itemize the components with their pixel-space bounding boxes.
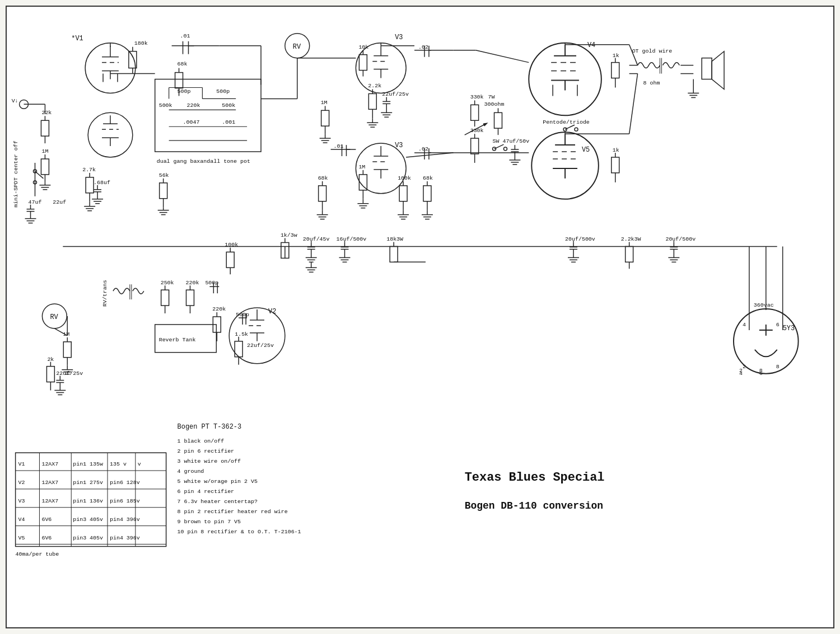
rectifier-label: 5Y3 — [783, 325, 795, 332]
rect-pin6: 6 — [776, 322, 780, 328]
table-v2-pin1: pin1 275v — [73, 480, 103, 486]
r1m-v2-label: 1M — [63, 331, 69, 337]
c22uf25v-v2cat-label: 22uf/25v — [56, 370, 83, 377]
c02-bot-label: .02 — [418, 146, 428, 152]
note-7: 7 6.3v heater centertap? — [178, 499, 258, 505]
r1m-v3bot-label: 1M — [358, 164, 365, 170]
r1m-mid-label: 1M — [321, 100, 328, 106]
table-v5-type: 6V6 — [41, 535, 52, 541]
r56k-label: 56k — [159, 172, 169, 179]
c02-top-label: .02 — [418, 44, 428, 50]
rect-pin4: 4 — [743, 322, 746, 328]
reverb-tank-label: Reverb Tank — [159, 337, 196, 343]
rect-pin2: 2 — [743, 364, 746, 370]
v3-bot-label: V3 — [395, 142, 403, 149]
note-8: 8 pin 2 rectifier heater red wire — [178, 509, 288, 515]
table-v1-v2: v — [138, 461, 141, 467]
table-v3-pin1: pin1 136v — [73, 498, 103, 504]
r68k-bot-right-label: 68k — [423, 175, 433, 181]
r250k-label: 250k — [161, 280, 174, 286]
r1k3w-label: 1k/3w — [281, 232, 297, 238]
r330k-1-label: 330k — [470, 94, 484, 100]
c0047-label: .0047 — [183, 119, 200, 125]
table-v5: V5 — [18, 535, 25, 541]
ot-label: OT gold wire — [632, 48, 673, 54]
page-title: Texas Blues Special — [465, 471, 605, 485]
note-2: 2 pin 6 rectifier — [178, 448, 235, 454]
v1-label: *V1 — [71, 35, 83, 43]
table-v4-pin3: pin3 405v — [73, 516, 103, 523]
c68uf-label: .68uf — [94, 180, 110, 186]
r2k-label: 2k — [47, 356, 54, 363]
r1k-v4-label: 1k — [613, 53, 619, 59]
r1m-left-label: 1M — [41, 148, 48, 154]
r100k-label: 100k — [398, 175, 411, 181]
table-v2-type: 12AX7 — [41, 480, 58, 486]
note-5: 5 white w/orage pin 2 V5 — [178, 478, 258, 485]
note-6: 6 pin 4 rectifier — [178, 489, 235, 495]
r7w-label: 7W — [488, 94, 495, 100]
v4-label: V4 — [587, 41, 595, 49]
table-v2-pin6: pin6 128v — [110, 480, 140, 486]
input-label: V↓ — [12, 98, 18, 104]
r18k3w-label: 18k3W — [386, 236, 403, 242]
c01-top-label: .01 — [180, 33, 190, 39]
r100k-filter-label: 100k — [225, 242, 238, 248]
r10k-label: 10k — [358, 44, 368, 50]
table-v4-pin4: pin4 396v — [110, 516, 140, 523]
schematic-container: *V1 180k .01 68k dual gang baxandall ton… — [6, 6, 834, 628]
sw-label: SW 47uf/50v — [493, 138, 530, 144]
page-subtitle: Bogen DB-110 conversion — [465, 500, 603, 511]
rv-trans-label: RV/trans — [102, 280, 108, 307]
r500k-label: 500k — [159, 102, 172, 109]
table-v2: V2 — [18, 480, 25, 486]
table-v1: V1 — [18, 461, 25, 467]
spdt-label: mini-SPDT center off — [13, 140, 19, 207]
note-4: 4 ground — [178, 468, 204, 475]
c001-label: .001 — [222, 119, 235, 125]
r68k-label: 68k — [178, 61, 188, 67]
r68k-bot-left-label: 68k — [318, 175, 328, 181]
note-9: 9 brown to pin 7 V5 — [178, 519, 241, 525]
rv-bot-label: RV — [50, 313, 58, 321]
r22k-label: 22k — [41, 110, 52, 116]
table-footer: 40ma/per tube — [16, 551, 59, 557]
table-v5-pin4: pin4 396v — [110, 535, 140, 541]
r1k-v5-label: 1k — [613, 147, 619, 153]
r500k-2-label: 500k — [222, 102, 235, 109]
r220k-filter-label: 220k — [186, 280, 199, 286]
r22k3w-label: 2.2k3W — [621, 236, 641, 242]
table-v1-pin1: pin1 135w — [73, 461, 103, 467]
c500p-1-label: 500p — [178, 88, 191, 95]
c500p-filter-label: 500p — [205, 280, 218, 286]
c20uf500v-2-label: 20uf/500v — [665, 236, 696, 242]
r8ohm-label: 8 ohm — [643, 80, 660, 86]
c22uf25v-top-label: 22uf/25v — [382, 91, 409, 97]
voltage-360-label: 360vac — [754, 302, 774, 308]
r27k-label: 2.7k — [82, 167, 96, 173]
rv-top-label: RV — [293, 43, 301, 51]
r180k-label: 180k — [134, 40, 148, 46]
r22k-v3-label: 2.2k — [368, 83, 381, 89]
table-v4-type: 6V6 — [41, 516, 52, 523]
r220k-v2-label: 220k — [212, 306, 226, 312]
v5-label: V5 — [582, 146, 590, 154]
c16uf500v-label: 16uf/500v — [337, 236, 367, 242]
v2-bot-label: V2 — [268, 308, 276, 316]
note-10: 10 pin 8 rectifier & to O.T. T-2106-1 — [178, 529, 301, 535]
c20uf500v-1-label: 20uf/500v — [565, 236, 595, 242]
c500p-2-label: 500p — [216, 88, 230, 95]
table-v1-v: 135 v — [110, 461, 127, 467]
table-v4: V4 — [18, 516, 25, 523]
table-v1-type: 12AX7 — [41, 461, 58, 467]
r15k-label: 1.5k — [235, 331, 248, 337]
v3-top-label: V3 — [395, 34, 403, 41]
table-v3-pin6: pin6 185v — [110, 498, 140, 504]
pin8-label: 8 — [759, 368, 763, 374]
pentode-label: Pentode/triode — [543, 119, 590, 125]
c20uf45v-label: 20uf/45v — [303, 236, 330, 242]
table-v3-type: 12AX7 — [41, 498, 58, 504]
note-1: 1 black on/off — [178, 438, 225, 444]
r300ohm-label: 300ohm — [484, 101, 505, 107]
table-v5-pin3: pin3 405v — [73, 535, 103, 541]
